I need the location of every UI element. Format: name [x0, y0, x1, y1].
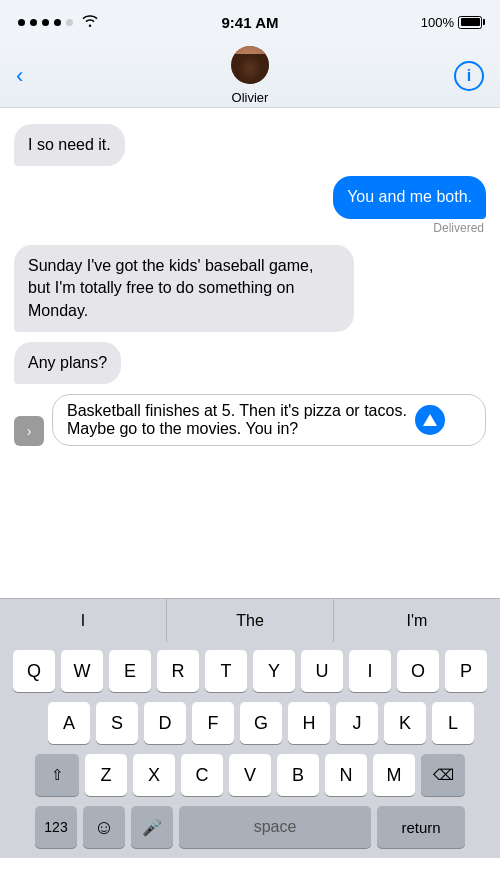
keyboard-row-3: ⇧ Z X C V B N M ⌫	[3, 754, 497, 796]
keyboard-row-bottom: 123 ☺ 🎤 space return	[3, 806, 497, 854]
wifi-icon	[82, 14, 98, 30]
battery-percent: 100%	[421, 15, 454, 30]
key-numbers[interactable]: 123	[35, 806, 77, 848]
signal-dot-2	[30, 19, 37, 26]
nav-center: Olivier	[231, 46, 269, 105]
nav-bar: ‹ Olivier i	[0, 44, 500, 108]
status-bar: 9:41 AM 100%	[0, 0, 500, 44]
draft-text: Basketball finishes at 5. Then it's pizz…	[67, 402, 453, 438]
bubble-text-2: You and me both.	[347, 188, 472, 205]
key-y[interactable]: Y	[253, 650, 295, 692]
key-n[interactable]: N	[325, 754, 367, 796]
expand-icon: ›	[27, 423, 32, 439]
back-chevron-icon: ‹	[16, 65, 23, 87]
predictive-bar: I The I'm	[0, 598, 500, 642]
keyboard-row-1: Q W E R T Y U I O P	[3, 650, 497, 692]
status-left	[18, 14, 98, 30]
bubble-text-3: Sunday I've got the kids' baseball game,…	[28, 257, 313, 319]
key-u[interactable]: U	[301, 650, 343, 692]
key-w[interactable]: W	[61, 650, 103, 692]
key-p[interactable]: P	[445, 650, 487, 692]
key-z[interactable]: Z	[85, 754, 127, 796]
message-row-3: Sunday I've got the kids' baseball game,…	[14, 245, 486, 332]
key-d[interactable]: D	[144, 702, 186, 744]
bubble-incoming-1: I so need it.	[14, 124, 125, 166]
contact-name: Olivier	[232, 90, 269, 105]
key-m[interactable]: M	[373, 754, 415, 796]
key-r[interactable]: R	[157, 650, 199, 692]
signal-dot-3	[42, 19, 49, 26]
key-delete[interactable]: ⌫	[421, 754, 465, 796]
draft-input-box[interactable]: Basketball finishes at 5. Then it's pizz…	[52, 394, 486, 446]
key-j[interactable]: J	[336, 702, 378, 744]
bubble-incoming-4: Any plans?	[14, 342, 121, 384]
key-q[interactable]: Q	[13, 650, 55, 692]
keyboard: Q W E R T Y U I O P A S D F G H J K L ⇧ …	[0, 642, 500, 858]
message-row-2: You and me both. Delivered	[14, 176, 486, 234]
key-v[interactable]: V	[229, 754, 271, 796]
message-row-4: Any plans?	[14, 342, 486, 384]
key-f[interactable]: F	[192, 702, 234, 744]
message-row-draft: › Basketball finishes at 5. Then it's pi…	[14, 394, 486, 446]
info-icon: i	[467, 67, 471, 85]
key-c[interactable]: C	[181, 754, 223, 796]
key-a[interactable]: A	[48, 702, 90, 744]
key-b[interactable]: B	[277, 754, 319, 796]
key-space[interactable]: space	[179, 806, 371, 848]
key-e[interactable]: E	[109, 650, 151, 692]
send-icon	[423, 414, 437, 426]
avatar[interactable]	[231, 46, 269, 84]
key-l[interactable]: L	[432, 702, 474, 744]
signal-dot-4	[54, 19, 61, 26]
delivered-label: Delivered	[433, 221, 484, 235]
key-t[interactable]: T	[205, 650, 247, 692]
messages-area: I so need it. You and me both. Delivered…	[0, 108, 500, 598]
predict-item-1[interactable]: I	[0, 599, 167, 642]
key-return[interactable]: return	[377, 806, 465, 848]
key-i[interactable]: I	[349, 650, 391, 692]
key-g[interactable]: G	[240, 702, 282, 744]
status-time: 9:41 AM	[222, 14, 279, 31]
signal-dot-1	[18, 19, 25, 26]
key-s[interactable]: S	[96, 702, 138, 744]
bubble-incoming-3: Sunday I've got the kids' baseball game,…	[14, 245, 354, 332]
predict-item-3[interactable]: I'm	[334, 599, 500, 642]
keyboard-row-2: A S D F G H J K L	[3, 702, 497, 744]
back-button[interactable]: ‹	[16, 65, 23, 87]
battery-icon	[458, 16, 482, 29]
bubble-text-1: I so need it.	[28, 136, 111, 153]
key-h[interactable]: H	[288, 702, 330, 744]
expand-button[interactable]: ›	[14, 416, 44, 446]
key-emoji[interactable]: ☺	[83, 806, 125, 848]
key-microphone[interactable]: 🎤	[131, 806, 173, 848]
key-x[interactable]: X	[133, 754, 175, 796]
bubble-text-4: Any plans?	[28, 354, 107, 371]
key-k[interactable]: K	[384, 702, 426, 744]
signal-dot-5	[66, 19, 73, 26]
bubble-outgoing-2: You and me both.	[333, 176, 486, 218]
predict-item-2[interactable]: The	[167, 599, 334, 642]
key-shift[interactable]: ⇧	[35, 754, 79, 796]
message-row-1: I so need it.	[14, 124, 486, 166]
info-button[interactable]: i	[454, 61, 484, 91]
key-o[interactable]: O	[397, 650, 439, 692]
status-right: 100%	[421, 15, 482, 30]
